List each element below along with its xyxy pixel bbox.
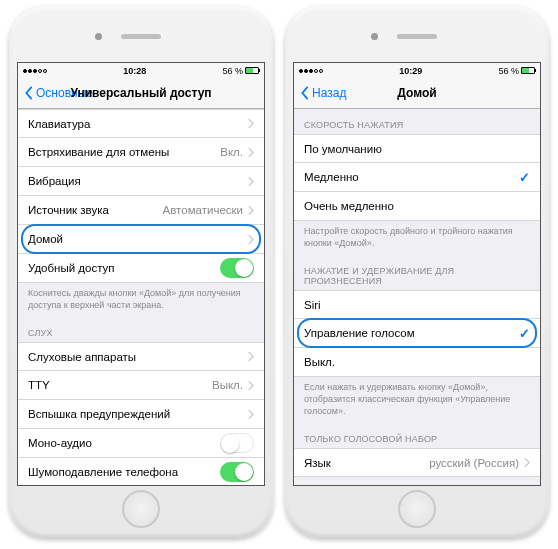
- back-label: Основные: [36, 86, 93, 100]
- chevron-right-icon: [247, 205, 254, 216]
- footer-text: Если нажать и удерживать кнопку «Домой»,…: [294, 377, 540, 423]
- row-label: Вибрация: [28, 175, 247, 187]
- row-label: Очень медленно: [304, 200, 530, 212]
- phone-camera: [371, 33, 378, 40]
- row-label: Выкл.: [304, 356, 530, 368]
- chevron-right-icon: [247, 351, 254, 362]
- section-header: СЛУХ: [18, 317, 264, 342]
- footer-text: Настройте скорость двойного и тройного н…: [294, 221, 540, 255]
- content-right[interactable]: СКОРОСТЬ НАЖАТИЯ По умолчаниюМедленно✓Оч…: [294, 109, 540, 485]
- settings-row[interactable]: Домой: [18, 225, 264, 254]
- phone-camera: [95, 33, 102, 40]
- chevron-left-icon: [300, 86, 310, 100]
- screen-left: 10:28 56 % Основные Универсальный доступ…: [17, 62, 265, 486]
- section-header: СКОРОСТЬ НАЖАТИЯ: [294, 109, 540, 134]
- chevron-right-icon: [247, 409, 254, 420]
- row-label: Клавиатура: [28, 118, 247, 130]
- status-time: 10:28: [47, 66, 222, 76]
- settings-row[interactable]: Выкл.: [294, 348, 540, 377]
- row-label: Встряхивание для отмены: [28, 146, 220, 158]
- phone-speaker: [121, 34, 161, 39]
- settings-row[interactable]: Источник звукаАвтоматически: [18, 196, 264, 225]
- row-label: Удобный доступ: [28, 262, 220, 274]
- settings-row[interactable]: TTYВыкл.: [18, 371, 264, 400]
- phone-right: 10:29 56 % Назад Домой СКОРОСТЬ НАЖАТИЯ …: [285, 6, 549, 538]
- chevron-right-icon: [523, 457, 530, 468]
- nav-bar: Назад Домой: [294, 78, 540, 109]
- chevron-right-icon: [247, 234, 254, 245]
- chevron-left-icon: [24, 86, 34, 100]
- settings-row[interactable]: Удобный доступ: [18, 254, 264, 283]
- row-value: Вкл.: [220, 146, 243, 158]
- settings-row[interactable]: По умолчанию: [294, 134, 540, 163]
- toggle-switch[interactable]: [220, 462, 254, 482]
- chevron-right-icon: [247, 147, 254, 158]
- row-label: Моно-аудио: [28, 437, 220, 449]
- settings-row[interactable]: Клавиатура: [18, 109, 264, 138]
- section-header: НАЖАТИЕ И УДЕРЖИВАНИЕ ДЛЯ ПРОИЗНЕСЕНИЯ: [294, 255, 540, 290]
- settings-row[interactable]: Слуховые аппараты: [18, 342, 264, 371]
- row-label: Шумоподавление телефона: [28, 466, 220, 478]
- row-label: TTY: [28, 379, 212, 391]
- row-value: Выкл.: [212, 379, 243, 391]
- back-button[interactable]: Назад: [300, 86, 346, 100]
- row-label: Siri: [304, 299, 530, 311]
- content-left[interactable]: КлавиатураВстряхивание для отменыВкл.Виб…: [18, 109, 264, 485]
- battery-pct: 56 %: [498, 66, 519, 76]
- row-label: Вспышка предупреждений: [28, 408, 247, 420]
- row-value: Автоматически: [163, 204, 243, 216]
- row-label: По умолчанию: [304, 143, 530, 155]
- chevron-right-icon: [247, 118, 254, 129]
- settings-row[interactable]: Встряхивание для отменыВкл.: [18, 138, 264, 167]
- section-header: ТОЛЬКО ГОЛОСОВОЙ НАБОР: [294, 423, 540, 448]
- phone-left: 10:28 56 % Основные Универсальный доступ…: [9, 6, 273, 538]
- battery-icon: [521, 67, 535, 74]
- status-bar: 10:28 56 %: [18, 63, 264, 78]
- settings-row[interactable]: Медленно✓: [294, 163, 540, 192]
- battery-icon: [245, 67, 259, 74]
- back-button[interactable]: Основные: [24, 86, 93, 100]
- checkmark-icon: ✓: [519, 326, 530, 341]
- status-time: 10:29: [323, 66, 498, 76]
- row-label: Источник звука: [28, 204, 163, 216]
- settings-row[interactable]: Языкрусский (Россия): [294, 448, 540, 477]
- settings-row[interactable]: Шумоподавление телефона: [18, 458, 264, 485]
- toggle-switch[interactable]: [220, 258, 254, 278]
- row-label: Язык: [304, 457, 429, 469]
- row-label: Медленно: [304, 171, 519, 183]
- signal-icon: [23, 69, 47, 73]
- settings-row[interactable]: Siri: [294, 290, 540, 319]
- signal-icon: [299, 69, 323, 73]
- phone-speaker: [397, 34, 437, 39]
- row-value: русский (Россия): [429, 457, 519, 469]
- toggle-switch[interactable]: [220, 433, 254, 453]
- status-bar: 10:29 56 %: [294, 63, 540, 78]
- checkmark-icon: ✓: [519, 170, 530, 185]
- settings-row[interactable]: Вибрация: [18, 167, 264, 196]
- settings-row[interactable]: Управление голосом✓: [294, 319, 540, 348]
- settings-row[interactable]: Очень медленно: [294, 192, 540, 221]
- home-button[interactable]: [122, 490, 160, 528]
- settings-row[interactable]: Моно-аудио: [18, 429, 264, 458]
- screen-right: 10:29 56 % Назад Домой СКОРОСТЬ НАЖАТИЯ …: [293, 62, 541, 486]
- row-label: Управление голосом: [304, 327, 519, 339]
- row-label: Домой: [28, 233, 247, 245]
- row-label: Слуховые аппараты: [28, 351, 247, 363]
- settings-row[interactable]: Вспышка предупреждений: [18, 400, 264, 429]
- footer-text: Коснитесь дважды кнопки «Домой» для полу…: [18, 283, 264, 317]
- back-label: Назад: [312, 86, 346, 100]
- chevron-right-icon: [247, 380, 254, 391]
- home-button[interactable]: [398, 490, 436, 528]
- chevron-right-icon: [247, 176, 254, 187]
- battery-pct: 56 %: [222, 66, 243, 76]
- nav-bar: Основные Универсальный доступ: [18, 78, 264, 109]
